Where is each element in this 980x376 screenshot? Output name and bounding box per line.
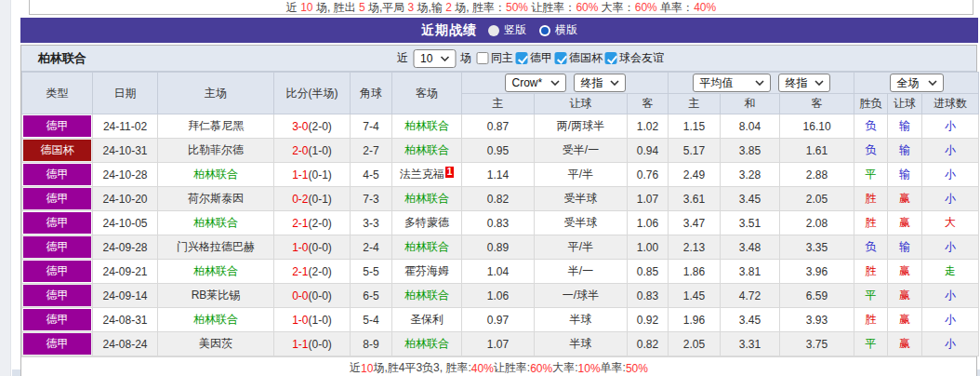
full-match-select[interactable]: 全场	[890, 74, 944, 92]
rank-badge: 1	[445, 167, 455, 178]
cell-odds-away: 1.07	[628, 187, 669, 211]
cell-league-badge[interactable]: 德甲	[22, 308, 93, 332]
filter-checkbox-同主[interactable]: 同主	[476, 50, 513, 66]
cell-home-team[interactable]: 柏林联合	[158, 260, 274, 284]
summary-label: 让胜率:	[494, 360, 530, 376]
radio-icon[interactable]	[539, 25, 550, 36]
checkbox-label: 德甲	[530, 50, 552, 66]
cell-away-team[interactable]: 柏林联合	[392, 139, 462, 163]
cell-home-team[interactable]: 柏林联合	[158, 308, 274, 332]
cell-league-badge[interactable]: 德甲	[22, 187, 93, 211]
summary-label: 大率:	[552, 360, 577, 376]
summary-value: 40%	[694, 1, 716, 14]
cell-corners: 8-9	[351, 332, 392, 356]
cell-handicap: 受半/一	[535, 139, 628, 163]
league-checkbox-list: 同主德甲德国杯球会友谊	[476, 50, 664, 66]
filter-checkbox-德甲[interactable]: 德甲	[515, 50, 552, 66]
cell-handicap: 受半球	[535, 187, 628, 211]
cell-home-team[interactable]: 柏林联合	[158, 163, 274, 187]
cell-home-team[interactable]: 美因茨	[158, 332, 274, 356]
layout-radio-group: 竖版横版	[488, 22, 577, 38]
layout-radio-vertical[interactable]: 竖版	[488, 22, 526, 38]
cell-away-team[interactable]: 圣保利	[392, 308, 462, 332]
summary-label: 场,胜4平3负3, 胜率:	[373, 360, 470, 376]
cell-league-badge[interactable]: 德甲	[22, 163, 93, 187]
cell-league-badge[interactable]: 德甲	[22, 114, 93, 139]
cell-league-badge[interactable]: 德甲	[22, 235, 93, 260]
layout-radio-horizontal[interactable]: 横版	[539, 22, 577, 38]
cell-home-team[interactable]: RB莱比锡	[158, 284, 274, 308]
cell-away-team[interactable]: 柏林联合	[392, 332, 462, 356]
chevron-down-icon	[550, 80, 560, 86]
cell-date: 24-09-21	[93, 260, 158, 284]
cell-avg-away: 2.08	[780, 211, 854, 235]
cell-result-goals: 小	[922, 139, 979, 163]
cell-away-team[interactable]: 柏林联合	[392, 187, 462, 211]
radio-icon[interactable]	[488, 25, 499, 36]
cell-date: 24-09-28	[93, 235, 158, 260]
cell-home-team[interactable]: 拜仁慕尼黑	[158, 114, 274, 139]
cell-away-team[interactable]: 多特蒙德	[392, 211, 462, 235]
cell-away-team[interactable]: 霍芬海姆	[392, 260, 462, 284]
checkbox-icon[interactable]	[554, 52, 566, 64]
table-row: 德甲24-10-20荷尔斯泰因0-2(0-1)7-3柏林联合0.82受半球1.0…	[22, 187, 979, 211]
filter-checkbox-球会友谊[interactable]: 球会友谊	[604, 50, 664, 66]
section-title-bar: 近期战绩 竖版横版	[20, 18, 978, 43]
final-index-select-2[interactable]: 终指	[778, 74, 830, 92]
cell-home-team[interactable]: 门兴格拉德巴赫	[158, 235, 274, 260]
cell-away-team[interactable]: 柏林联合	[392, 284, 462, 308]
cell-home-team[interactable]: 比勒菲尔德	[158, 139, 274, 163]
cell-odds-home: 0.97	[462, 308, 535, 332]
cell-result-outcome: 平	[854, 284, 888, 308]
cell-result-goals: 小	[922, 332, 979, 356]
average-select[interactable]: 平均值	[693, 74, 771, 92]
filter-suffix-label: 场	[460, 50, 471, 66]
cell-avg-home: 2.05	[669, 332, 721, 356]
cell-away-team[interactable]: 柏林联合	[392, 235, 462, 260]
checkbox-icon[interactable]	[515, 52, 527, 64]
cell-result-goals: 小	[922, 163, 979, 187]
cell-odds-home: 0.95	[462, 139, 535, 163]
cell-league-badge[interactable]: 德甲	[22, 284, 93, 308]
recent-results-table: 类型 日期 主场 比分(半场) 角球 客场 Crow* 终指	[21, 72, 979, 356]
chevron-down-icon	[755, 80, 764, 86]
cell-avg-away: 16.10	[780, 114, 854, 139]
cell-away-team[interactable]: 柏林联合	[392, 114, 462, 139]
cell-avg-away: 1.61	[780, 139, 854, 163]
sub-header-outcome: 胜负	[854, 94, 888, 114]
cell-avg-home: 3.61	[669, 187, 721, 211]
page: 近 10 场, 胜出 5 场,平局 3 场,输 2 场, 胜率：50% 让胜率：…	[0, 0, 980, 376]
cell-league-badge[interactable]: 德甲	[22, 211, 93, 235]
cell-home-team[interactable]: 荷尔斯泰因	[158, 187, 274, 211]
cell-avg-draw: 3.45	[721, 187, 780, 211]
cell-date: 24-10-05	[93, 211, 158, 235]
cell-avg-draw: 8.04	[721, 114, 780, 139]
bookmaker-select[interactable]: Crow*	[505, 74, 566, 92]
cell-home-team[interactable]: 柏林联合	[158, 211, 274, 235]
col-header-score: 比分(半场)	[274, 73, 351, 114]
cell-score: 2-1(2-0)	[274, 211, 351, 235]
cell-result-goals: 走	[922, 260, 979, 284]
cell-odds-away: 1.02	[628, 114, 669, 139]
cell-odds-away: 0.76	[628, 163, 669, 187]
cell-league-badge[interactable]: 德国杯	[22, 139, 93, 163]
cell-avg-away: 3.75	[780, 332, 854, 356]
cell-avg-home: 1.86	[669, 260, 721, 284]
cell-corners: 3-3	[351, 211, 392, 235]
cell-odds-home: 0.89	[462, 235, 535, 260]
cell-date: 24-10-20	[93, 187, 158, 211]
final-index-select-1[interactable]: 终指	[574, 74, 626, 92]
col-header-corner: 角球	[351, 73, 392, 114]
cell-result-outcome: 平	[854, 163, 888, 187]
match-count-select[interactable]: 10	[413, 49, 456, 68]
cell-league-badge[interactable]: 德甲	[22, 332, 93, 356]
cell-league-badge[interactable]: 德甲	[22, 260, 93, 284]
filter-checkbox-德国杯[interactable]: 德国杯	[554, 50, 603, 66]
cell-result-handicap: 输	[888, 163, 922, 187]
col-header-type: 类型	[22, 73, 93, 114]
summary-value: 10%	[578, 362, 601, 375]
chevron-down-icon	[814, 80, 824, 86]
checkbox-icon[interactable]	[476, 52, 488, 64]
cell-away-team[interactable]: 法兰克福1	[392, 163, 462, 187]
checkbox-icon[interactable]	[604, 52, 616, 64]
